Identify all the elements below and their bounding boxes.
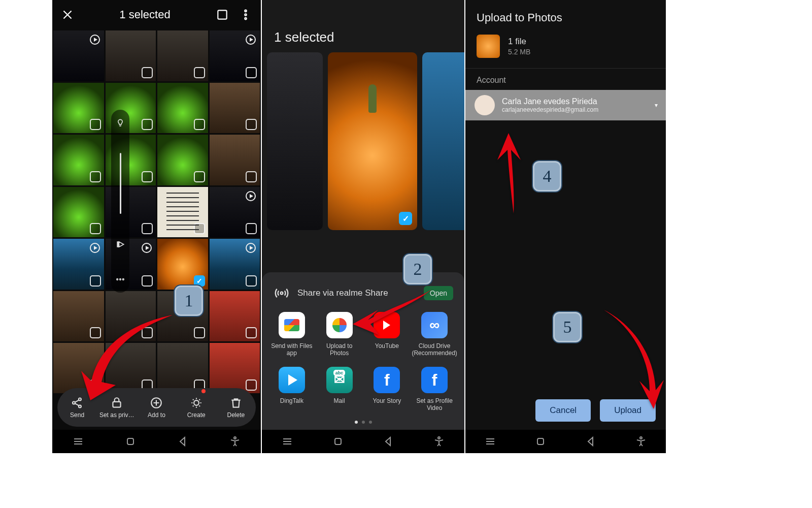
grid-cell[interactable] <box>157 83 208 134</box>
gallery-topbar: 1 selected <box>52 0 261 29</box>
recents-icon[interactable] <box>69 436 88 447</box>
back-icon[interactable] <box>379 436 398 447</box>
file-size: 5.2 MB <box>508 48 530 56</box>
side-filter-pill[interactable] <box>111 110 129 293</box>
grid-cell[interactable] <box>210 187 260 238</box>
grid-cell[interactable] <box>157 135 208 185</box>
account-name: Carla Jane evedes Pirieda <box>502 97 598 106</box>
account-label: Account <box>465 76 666 90</box>
svg-point-17 <box>438 437 440 439</box>
svg-point-12 <box>194 400 199 405</box>
app-mail[interactable]: Mail <box>317 367 362 416</box>
send-label: Send <box>70 411 84 419</box>
account-email: carlajaneevedespirieda@gmail.com <box>502 106 598 113</box>
account-picker[interactable]: Carla Jane evedes Pirieda carlajaneevede… <box>465 90 666 120</box>
home-icon[interactable] <box>121 436 140 447</box>
select-all-icon[interactable] <box>214 7 230 23</box>
share-preview-row[interactable] <box>262 52 464 230</box>
upload-title: Upload to Photos <box>465 0 666 31</box>
svg-point-5 <box>120 279 121 280</box>
file-count: 1 file <box>508 37 530 47</box>
step-4: 4 <box>532 160 562 193</box>
grid-cell-selected[interactable] <box>157 239 208 290</box>
close-icon[interactable] <box>59 7 76 23</box>
android-nav <box>465 430 666 453</box>
more-icon[interactable] <box>238 7 254 23</box>
avatar <box>475 95 495 115</box>
grid-cell[interactable] <box>210 291 260 342</box>
grid-cell[interactable] <box>157 187 208 238</box>
grid-cell[interactable] <box>53 187 104 238</box>
arrow-1 <box>71 305 178 408</box>
preview-thumb[interactable] <box>267 52 323 230</box>
step-5: 5 <box>552 311 583 343</box>
preview-thumb[interactable] <box>422 52 464 230</box>
home-icon[interactable] <box>531 436 550 447</box>
accessibility-icon[interactable] <box>631 436 651 447</box>
grid-cell[interactable] <box>210 135 260 185</box>
badge-dot <box>201 389 206 393</box>
broadcast-icon <box>273 284 290 302</box>
arrow-5 <box>594 305 665 414</box>
create-label: Create <box>187 411 206 419</box>
create-button[interactable]: Create <box>178 396 215 419</box>
svg-point-6 <box>123 279 124 280</box>
home-icon[interactable] <box>328 436 348 447</box>
svg-point-3 <box>245 18 246 19</box>
svg-point-15 <box>281 292 283 295</box>
app-files[interactable]: Send with Files app <box>269 312 315 361</box>
recents-icon[interactable] <box>278 436 297 447</box>
delete-label: Delete <box>227 411 245 419</box>
preview-thumb-selected[interactable] <box>328 52 417 230</box>
grid-cell[interactable] <box>53 30 104 81</box>
file-thumb <box>477 35 500 58</box>
grid-cell[interactable] <box>53 239 104 290</box>
grid-cell[interactable] <box>210 239 260 290</box>
chevron-down-icon: ▾ <box>655 102 658 109</box>
svg-point-1 <box>245 10 246 12</box>
grid-cell[interactable] <box>106 30 156 81</box>
app-your-story[interactable]: Your Story <box>364 367 410 416</box>
svg-point-4 <box>117 279 118 280</box>
accessibility-icon[interactable] <box>225 436 245 447</box>
grid-cell[interactable] <box>210 343 260 393</box>
svg-point-14 <box>234 437 236 439</box>
grid-cell[interactable] <box>157 30 208 81</box>
svg-rect-0 <box>218 10 226 19</box>
share-screen: 1 selected Share via realme Share Open S… <box>262 0 464 453</box>
arrow-4 <box>483 132 534 220</box>
android-nav <box>52 430 261 453</box>
arrow-2 <box>350 284 436 347</box>
divider <box>465 68 666 69</box>
upload-file-row: 1 file 5.2 MB <box>465 31 666 68</box>
svg-rect-16 <box>335 438 341 444</box>
grid-cell[interactable] <box>210 83 260 134</box>
svg-rect-13 <box>127 438 133 444</box>
back-icon[interactable] <box>581 436 600 447</box>
grid-cell[interactable] <box>53 135 104 185</box>
grid-cell[interactable] <box>210 30 260 81</box>
back-icon[interactable] <box>173 436 192 447</box>
app-dingtalk[interactable]: DingTalk <box>269 367 315 416</box>
delete-button[interactable]: Delete <box>218 396 254 419</box>
app-profile-video[interactable]: Set as Profile Video <box>412 367 457 416</box>
step-2: 2 <box>402 253 433 285</box>
grid-cell[interactable] <box>53 83 104 134</box>
android-nav <box>262 430 464 453</box>
gallery-title: 1 selected <box>119 8 170 21</box>
recents-icon[interactable] <box>481 436 500 447</box>
step-1: 1 <box>174 284 204 317</box>
accessibility-icon[interactable] <box>429 436 449 447</box>
page-dots <box>269 416 457 425</box>
addto-label: Add to <box>148 411 165 419</box>
svg-point-2 <box>245 14 246 15</box>
svg-point-19 <box>640 437 642 439</box>
private-label: Set as priv… <box>99 411 134 419</box>
cancel-button[interactable]: Cancel <box>535 399 591 422</box>
share-title: 1 selected <box>262 0 464 52</box>
svg-rect-18 <box>537 438 544 444</box>
